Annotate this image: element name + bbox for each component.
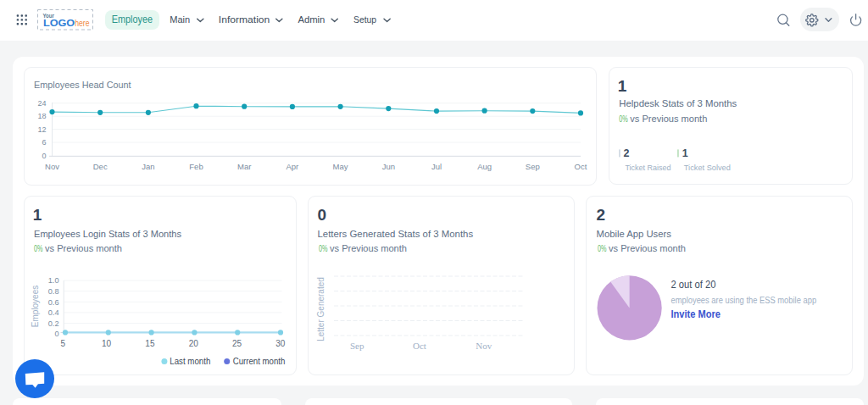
- svg-text:0.2: 0.2: [48, 319, 59, 328]
- svg-text:vs Previous month: vs Previous month: [630, 114, 707, 124]
- svg-text:Employees Head Count: Employees Head Count: [34, 80, 131, 90]
- svg-text:Employees Login Stats of 3 Mon: Employees Login Stats of 3 Months: [34, 229, 181, 239]
- svg-text:Dec: Dec: [93, 162, 108, 171]
- svg-text:2: 2: [597, 206, 606, 224]
- svg-text:employees are using the ESS mo: employees are using the ESS mobile app: [671, 296, 817, 305]
- svg-text:Main: Main: [170, 14, 190, 25]
- svg-text:0: 0: [42, 152, 46, 160]
- svg-text:Feb: Feb: [189, 162, 203, 171]
- svg-text:Jul: Jul: [431, 162, 442, 171]
- svg-text:here: here: [75, 17, 90, 29]
- svg-text:1: 1: [33, 206, 42, 224]
- svg-text:Nov: Nov: [476, 341, 492, 351]
- svg-text:0.8: 0.8: [48, 287, 59, 296]
- svg-text:0%: 0%: [34, 244, 43, 253]
- svg-text:10: 10: [102, 339, 112, 348]
- svg-text:Aug: Aug: [477, 162, 492, 171]
- svg-text:May: May: [333, 162, 348, 171]
- svg-text:Information: Information: [219, 14, 270, 25]
- svg-text:vs Previous month: vs Previous month: [45, 243, 122, 253]
- svg-text:vs Previous month: vs Previous month: [330, 243, 407, 253]
- svg-text:2: 2: [624, 147, 630, 159]
- svg-text:Ticket Raised: Ticket Raised: [625, 163, 670, 172]
- svg-text:Employee: Employee: [112, 14, 153, 25]
- svg-text:5: 5: [61, 339, 66, 348]
- svg-text:0: 0: [54, 330, 58, 338]
- svg-text:0%: 0%: [319, 244, 328, 253]
- svg-text:0: 0: [318, 206, 327, 224]
- svg-text:Jun: Jun: [382, 162, 395, 171]
- svg-text:Last month: Last month: [170, 357, 210, 366]
- svg-text:0.4: 0.4: [48, 308, 59, 317]
- svg-text:0.6: 0.6: [48, 298, 59, 307]
- svg-text:Apr: Apr: [287, 162, 299, 171]
- svg-text:Admin: Admin: [298, 14, 325, 25]
- svg-text:Sep: Sep: [526, 162, 540, 171]
- svg-text:Mobile App Users: Mobile App Users: [597, 229, 672, 239]
- svg-text:1: 1: [682, 147, 688, 159]
- svg-text:Invite More: Invite More: [671, 308, 721, 320]
- svg-text:LOGO: LOGO: [43, 17, 75, 29]
- svg-text:12: 12: [37, 125, 46, 134]
- svg-text:18: 18: [37, 112, 46, 120]
- svg-text:6: 6: [42, 138, 46, 147]
- svg-text:Current month: Current month: [233, 357, 286, 366]
- svg-text:1.0: 1.0: [48, 276, 59, 285]
- svg-text:Ticket Solved: Ticket Solved: [684, 163, 731, 172]
- svg-text:vs Previous month: vs Previous month: [609, 243, 686, 253]
- svg-text:Mar: Mar: [237, 162, 251, 171]
- svg-text:0%: 0%: [619, 114, 628, 124]
- svg-text:2 out of 20: 2 out of 20: [671, 279, 716, 291]
- svg-text:24: 24: [37, 99, 46, 108]
- svg-text:15: 15: [145, 339, 155, 348]
- svg-text:Letter Generated: Letter Generated: [316, 277, 326, 341]
- svg-text:Sep: Sep: [350, 341, 364, 351]
- svg-text:1: 1: [618, 77, 627, 95]
- svg-text:Nov: Nov: [45, 162, 59, 171]
- svg-text:Setup: Setup: [353, 14, 376, 25]
- svg-text:0%: 0%: [598, 244, 607, 253]
- svg-text:25: 25: [232, 339, 242, 348]
- svg-text:Oct: Oct: [413, 341, 426, 351]
- svg-text:30: 30: [275, 339, 286, 348]
- svg-text:20: 20: [189, 339, 199, 348]
- svg-text:Oct: Oct: [575, 162, 587, 171]
- svg-text:Letters Generated Stats of 3 M: Letters Generated Stats of 3 Months: [318, 229, 474, 239]
- svg-text:Helpdesk Stats of 3 Months: Helpdesk Stats of 3 Months: [619, 98, 737, 108]
- svg-text:Employees: Employees: [31, 286, 40, 327]
- svg-text:Jan: Jan: [142, 162, 154, 171]
